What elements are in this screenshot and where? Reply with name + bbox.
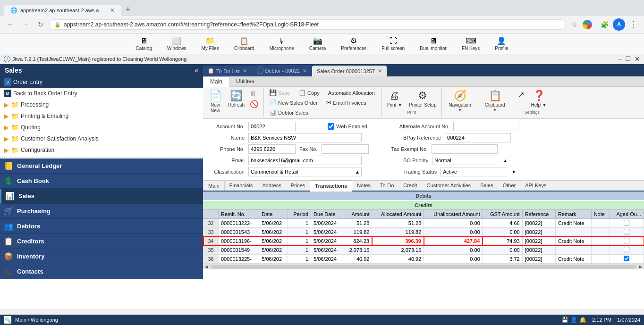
sub-tab-customer-activities[interactable]: Customer Activities — [422, 181, 476, 191]
sidebar-section-purchasing[interactable]: 🛒 Purchasing — [0, 204, 203, 219]
aged-checkbox-34[interactable] — [624, 238, 629, 243]
sidebar-item-order-entry[interactable]: J Order Entry — [0, 76, 203, 88]
ribbon-refresh-btn[interactable]: 🔄 Refresh — [226, 88, 247, 109]
toolbar-profile[interactable]: 👤 Profile — [491, 35, 512, 52]
classification-input[interactable] — [249, 167, 354, 176]
sub-tab-todo[interactable]: To-Do — [375, 181, 398, 191]
toolbar-microphone[interactable]: 🎙 Microphone — [266, 35, 298, 52]
table-row[interactable]: 32 0000013222- 5/06/202 1 5/06/2024 51.2… — [203, 219, 644, 228]
minimize-btn[interactable]: − — [618, 55, 622, 63]
address-input[interactable] — [64, 21, 560, 28]
sidebar-folder-processing[interactable]: ▶ 📁 Processing — [0, 99, 203, 110]
ribbon-clipboard-btn[interactable]: 📋 Clipboard ▼ — [481, 88, 509, 114]
sub-tab-transactions[interactable]: Transactions — [310, 181, 352, 192]
debtor-tab-close[interactable]: ✕ — [303, 68, 307, 74]
toolbar-myfiles[interactable]: 📁 My Files — [197, 35, 222, 52]
sidebar-collapse-btn[interactable]: « — [195, 67, 198, 74]
toolbar-camera[interactable]: 📷 Camera — [305, 35, 330, 52]
table-row-highlighted[interactable]: 34 0000013196- 5/06/202 1 5/06/2024 824.… — [203, 237, 644, 246]
table-row[interactable]: 36 0000013225- 5/06/202 1 5/06/2024 40.9… — [203, 255, 644, 264]
close-btn[interactable]: ✕ — [635, 55, 640, 63]
bpay-input[interactable] — [445, 133, 511, 142]
back-btn[interactable]: ← — [4, 18, 17, 31]
todo-tab-close[interactable]: ✕ — [243, 68, 247, 74]
classification-dropdown[interactable]: ▲ — [354, 169, 361, 175]
sidebar-item-back-to-back[interactable]: B Back to Back Order Entry — [0, 88, 203, 99]
ribbon-save-btn[interactable]: 💾 Save — [267, 88, 292, 97]
aged-checkbox-35[interactable] — [624, 247, 629, 252]
ribbon-print-btn[interactable]: 🖨 Print ▼ — [384, 88, 405, 109]
sidebar-folder-quoting[interactable]: ▶ 📁 Quoting — [0, 122, 203, 133]
bookmark-btn[interactable]: ☆ — [568, 18, 581, 31]
ribbon-tab-main[interactable]: Main — [203, 76, 229, 87]
sidebar-section-inventory[interactable]: 📦 Inventory — [0, 249, 203, 264]
browser-tab[interactable]: 🌐 appstream2.ap-southeast-2.aws.amazo...… — [4, 5, 121, 16]
ribbon-debtor-sales-btn[interactable]: 📊 Debtor Sales — [267, 108, 311, 117]
phone-input[interactable] — [248, 144, 296, 154]
scroll-right-arrow[interactable]: ► — [638, 264, 643, 269]
toolbar-catalog[interactable]: 🖥 Catalog — [132, 35, 155, 52]
sub-tab-financials[interactable]: Financials — [225, 181, 258, 191]
ribbon-navigation-btn[interactable]: 🧭 Navigation ▼ — [445, 88, 475, 114]
sidebar-folder-config[interactable]: ▶ 📁 Configuration — [0, 144, 203, 156]
toolbar-preferences[interactable]: ⚙ Preferences — [337, 35, 370, 52]
scroll-left-arrow[interactable]: ◄ — [204, 264, 209, 269]
sub-tab-prices[interactable]: Prices — [286, 181, 310, 191]
sidebar-section-contacts[interactable]: 📞 Contacts — [0, 264, 203, 279]
sidebar-section-debtors[interactable]: 👥 Debtors — [0, 219, 203, 234]
sidebar-section-general-ledger[interactable]: 📒 General Ledger — [0, 158, 203, 174]
chrome-icon[interactable] — [583, 18, 596, 31]
ribbon-tab-utilities[interactable]: Utilities — [229, 76, 261, 86]
table-row[interactable]: 33 0000001543 5/06/202 1 5/06/2024 119.8… — [203, 228, 644, 237]
aged-34[interactable] — [610, 237, 644, 246]
sub-tab-credit[interactable]: Credit — [398, 181, 422, 191]
account-no-input[interactable] — [248, 122, 296, 131]
new-tab-btn[interactable]: + — [121, 3, 135, 16]
salesorder-tab-close[interactable]: ✕ — [378, 68, 382, 74]
aged-36[interactable] — [610, 255, 644, 264]
aged-33[interactable] — [610, 228, 644, 237]
ribbon-stop-btn[interactable]: 🚫 — [248, 99, 261, 109]
ribbon-printer-setup-btn[interactable]: ⚙ Printer Setup — [407, 88, 439, 109]
sub-tab-other[interactable]: Other — [498, 181, 521, 191]
aged-checkbox-32[interactable] — [624, 220, 629, 225]
toolbar-clipboard[interactable]: 📋 Clipboard — [230, 35, 258, 52]
trading-status-dropdown[interactable]: ▼ — [510, 169, 517, 175]
ribbon-help-btn[interactable]: ❓ Help ▼ — [529, 88, 549, 109]
aged-checkbox-36[interactable] — [624, 256, 629, 261]
alt-account-input[interactable] — [453, 122, 519, 131]
ribbon-auto-alloc-btn[interactable]: Automatic Allocation — [326, 88, 377, 97]
sub-tab-api-keys[interactable]: API Keys — [520, 181, 551, 191]
sidebar-section-cash-book[interactable]: 💲 Cash Book — [0, 174, 203, 189]
tab-salesorder[interactable]: Sales Order 0000013257 ✕ — [312, 66, 387, 76]
table-row[interactable]: 35 0000001549 5/06/202 1 5/06/2024 2,073… — [203, 246, 644, 255]
name-input[interactable] — [248, 133, 362, 142]
trading-status-input[interactable] — [441, 167, 510, 176]
web-enabled-checkbox[interactable] — [328, 123, 334, 130]
menu-btn[interactable]: ⋮ — [627, 18, 640, 31]
sidebar-folder-csa[interactable]: ▶ 📁 Customer Satisfaction Analysis — [0, 133, 203, 144]
tab-close-btn[interactable]: ✕ — [110, 7, 115, 14]
ribbon-share-btn[interactable]: ↗ — [515, 88, 527, 109]
reload-btn[interactable]: ↻ — [34, 18, 47, 31]
aged-checkbox-33[interactable] — [624, 229, 629, 234]
toolbar-fnkeys[interactable]: ⌨ FN Keys — [458, 35, 483, 52]
horizontal-scroll[interactable]: ◄ ► — [203, 264, 644, 269]
profile-avatar[interactable]: A — [613, 18, 625, 31]
fax-input[interactable] — [322, 144, 369, 154]
bo-priority-input[interactable] — [432, 156, 501, 165]
bo-priority-dropdown[interactable]: ▲ — [501, 158, 509, 163]
aged-35[interactable] — [610, 246, 644, 255]
tab-debtor[interactable]: i Debtor - 00022 ✕ — [252, 65, 312, 76]
toolbar-windows[interactable]: ⬜ Windows — [163, 35, 190, 52]
toolbar-dualmonitor[interactable]: 🖥 Dual monitor — [416, 35, 450, 52]
toolbar-fullscreen[interactable]: ⛶ Full screen — [378, 35, 408, 52]
ribbon-new-btn[interactable]: 📄 New New — [206, 88, 225, 115]
ribbon-new-sales-order-btn[interactable]: 📄 New Sales Order — [267, 98, 320, 107]
sidebar-section-sales[interactable]: 📊 Sales — [0, 189, 203, 204]
forward-btn[interactable]: → — [19, 18, 32, 31]
email-input[interactable] — [248, 156, 362, 165]
sub-tab-notes[interactable]: Notes — [352, 181, 375, 191]
tax-exempt-input[interactable] — [432, 144, 498, 154]
sub-tab-main[interactable]: Main — [203, 181, 225, 191]
